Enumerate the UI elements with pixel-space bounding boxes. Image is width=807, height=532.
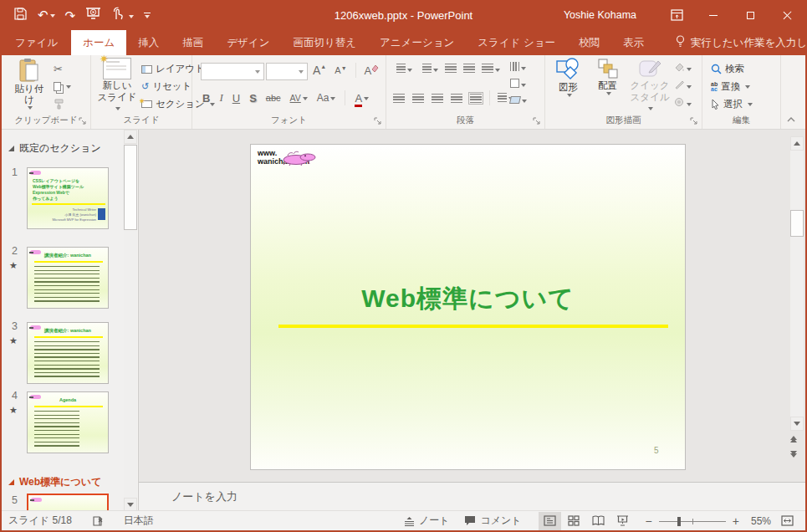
slide-thumbnail-5-selected[interactable] [27, 494, 109, 512]
language-indicator[interactable]: 日本語 [124, 514, 154, 528]
cut-button[interactable]: ✂ [54, 60, 71, 78]
arrange-button[interactable]: 配置 [589, 58, 626, 95]
tab-draw[interactable]: 描画 [171, 30, 215, 55]
distribute-button[interactable] [470, 94, 482, 103]
zoom-out-button[interactable]: − [646, 514, 652, 528]
tab-slideshow[interactable]: スライド ショー [466, 30, 567, 55]
tell-me-box[interactable]: 実行したい作業を入力してください [667, 30, 807, 55]
copy-button[interactable] [54, 78, 71, 95]
align-center-button[interactable] [412, 94, 424, 103]
shrink-font-button[interactable]: A▼ [335, 65, 346, 75]
undo-button[interactable]: ↶ [38, 8, 55, 23]
new-slide-button[interactable]: ✷ 新しい スライド [97, 58, 137, 114]
tab-file[interactable]: ファイル [2, 30, 71, 55]
editor-scrollbar[interactable] [790, 136, 804, 431]
next-slide-button[interactable] [790, 451, 797, 458]
justify-button[interactable] [451, 94, 462, 103]
tab-insert[interactable]: 挿入 [126, 30, 171, 55]
slide-counter[interactable]: スライド 5/18 [8, 514, 72, 528]
previous-slide-button[interactable] [790, 436, 797, 442]
clipboard-dialog-launcher[interactable] [79, 117, 87, 125]
ribbon-display-options-button[interactable] [658, 0, 695, 30]
quick-styles-button[interactable]: クイック スタイル [628, 58, 672, 114]
shape-outline-button[interactable] [674, 79, 692, 91]
drawing-dialog-launcher[interactable] [690, 117, 698, 125]
find-button[interactable]: 検索 [711, 60, 753, 78]
underline-button[interactable]: U [232, 92, 240, 105]
slide-thumbnail-3[interactable]: 講演者紹介: wanichan [27, 322, 109, 384]
slide-sorter-view-button[interactable] [563, 512, 585, 530]
character-spacing-button[interactable]: AV [290, 93, 308, 103]
spellcheck-indicator[interactable] [92, 515, 104, 527]
close-button[interactable] [769, 0, 805, 30]
font-size-combo[interactable] [266, 63, 308, 80]
comments-toggle[interactable]: コメント [464, 514, 521, 528]
zoom-level[interactable]: 55% [751, 515, 771, 527]
touch-mode-button[interactable] [111, 7, 133, 23]
section-header-default[interactable]: 既定のセクション [8, 141, 101, 156]
tab-view[interactable]: 表示 [611, 30, 656, 55]
change-case-button[interactable]: Aa [317, 92, 336, 104]
tab-design[interactable]: デザイン [215, 30, 281, 55]
increase-indent-button[interactable] [463, 64, 475, 74]
zoom-in-button[interactable]: + [733, 514, 739, 528]
strikethrough-button[interactable]: abc [266, 93, 281, 103]
font-name-combo[interactable] [201, 63, 264, 80]
paragraph-dialog-launcher[interactable] [533, 117, 541, 125]
font-color-button[interactable]: A [355, 92, 369, 105]
slide-thumbnail-4[interactable]: Agenda [27, 391, 109, 453]
scrollbar-thumb[interactable] [790, 210, 804, 237]
numbering-button[interactable] [419, 64, 438, 74]
slide-title[interactable]: Web標準について [251, 282, 685, 316]
font-dialog-launcher[interactable] [374, 117, 382, 125]
zoom-slider-thumb[interactable] [677, 517, 681, 526]
tab-review[interactable]: 校閲 [567, 30, 611, 55]
tab-animations[interactable]: アニメーション [368, 30, 466, 55]
tab-transitions[interactable]: 画面切り替え [281, 30, 368, 55]
paste-button[interactable]: 貼り付け [10, 58, 49, 110]
fit-to-window-button[interactable] [776, 512, 799, 530]
select-button[interactable]: 選択 [711, 95, 753, 113]
reading-view-button[interactable] [587, 512, 610, 530]
section-header-webstandards[interactable]: Web標準について [8, 475, 101, 489]
scrollbar-thumb[interactable] [124, 145, 137, 230]
convert-smartart-button[interactable] [510, 95, 527, 105]
line-spacing-button[interactable] [482, 64, 500, 74]
align-left-button[interactable] [393, 94, 405, 103]
shape-fill-button[interactable] [674, 62, 692, 74]
align-right-button[interactable] [432, 94, 443, 103]
text-direction-button[interactable] [510, 62, 527, 73]
align-text-button[interactable] [510, 79, 527, 90]
account-name[interactable]: Yoshie Kohama [564, 9, 636, 21]
shape-effects-button[interactable] [674, 97, 692, 109]
redo-button[interactable]: ↷ [65, 9, 76, 22]
scroll-up-button[interactable] [124, 130, 137, 144]
shapes-button[interactable]: 図形 [549, 58, 587, 97]
customize-qat-button[interactable] [144, 13, 151, 18]
zoom-slider[interactable] [659, 516, 726, 526]
grow-font-button[interactable]: A▲ [313, 64, 326, 77]
bold-button[interactable]: B [202, 92, 210, 105]
slide-thumbnail-1[interactable]: CSSレイアウトページを Web標準サイト構築ツール Expression We… [27, 167, 109, 229]
notes-pane[interactable]: ノートを入力 [139, 482, 805, 510]
start-slideshow-button[interactable] [85, 7, 101, 23]
slide-thumbnail-2[interactable]: 講演者紹介: wanichan [27, 247, 109, 309]
save-icon[interactable] [13, 7, 28, 24]
text-shadow-button[interactable]: S [249, 92, 257, 105]
normal-view-button[interactable] [539, 512, 561, 530]
format-painter-button[interactable] [54, 95, 71, 113]
slideshow-view-button[interactable] [611, 512, 634, 530]
minimize-button[interactable] [695, 0, 732, 30]
bullets-button[interactable] [393, 64, 412, 74]
clear-formatting-button[interactable]: A [365, 64, 380, 77]
maximize-button[interactable] [732, 0, 769, 30]
replace-button[interactable]: abac 置換 [711, 78, 753, 95]
notes-toggle[interactable]: ノート [404, 514, 450, 528]
scroll-up-button[interactable] [790, 136, 804, 151]
slide-canvas[interactable]: www. wanichan.com Web標準について 5 [250, 144, 686, 470]
tab-home[interactable]: ホーム [71, 30, 126, 55]
thumbnail-scrollbar[interactable] [124, 130, 137, 512]
scroll-down-button[interactable] [790, 417, 804, 431]
decrease-indent-button[interactable] [445, 64, 457, 74]
collapse-ribbon-button[interactable] [787, 114, 795, 124]
